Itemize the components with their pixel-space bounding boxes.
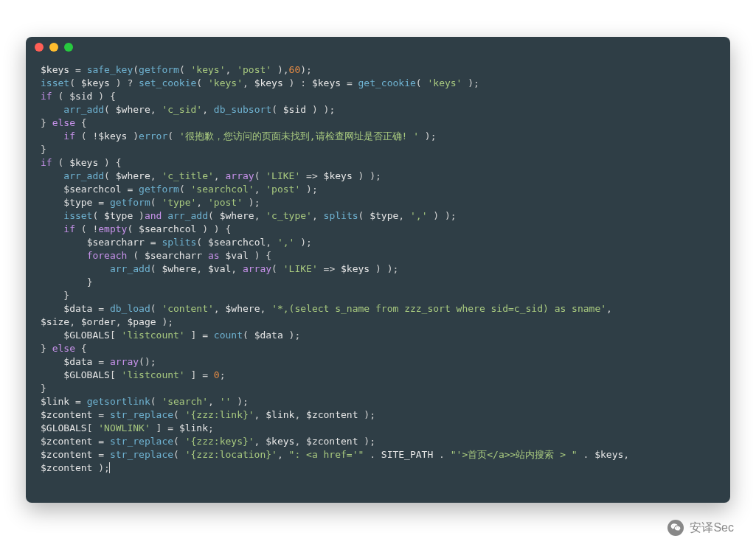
code-window: $keys = safe_key(getform( 'keys', 'post'… [26,37,730,503]
minimize-button[interactable] [49,43,58,52]
wechat-icon [667,520,684,536]
maximize-button[interactable] [64,43,73,52]
code-editor[interactable]: $keys = safe_key(getform( 'keys', 'post'… [26,58,730,489]
watermark-text: 安译Sec [690,520,734,536]
watermark: 安译Sec [667,520,734,536]
title-bar [26,37,730,58]
close-button[interactable] [35,43,44,52]
